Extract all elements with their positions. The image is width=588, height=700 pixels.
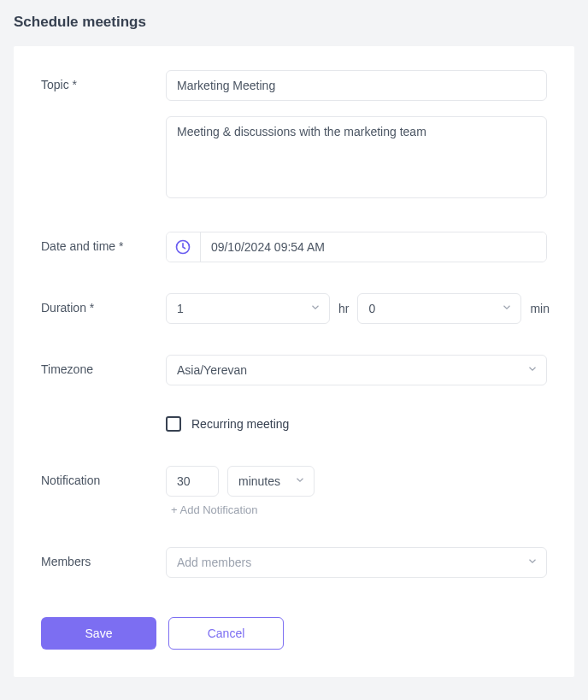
row-members: Members Add members (41, 547, 547, 578)
clock-icon[interactable] (167, 232, 201, 262)
notification-unit-select[interactable]: minutes (227, 466, 315, 497)
row-recurring: Recurring meeting (41, 416, 547, 432)
label-datetime: Date and time * (41, 232, 166, 253)
label-notification: Notification (41, 466, 166, 487)
save-button[interactable]: Save (41, 617, 156, 650)
row-timezone: Timezone Asia/Yerevan (41, 355, 547, 385)
timezone-select[interactable]: Asia/Yerevan (166, 355, 547, 385)
unit-min: min (530, 302, 550, 315)
page-title: Schedule meetings (0, 0, 588, 46)
row-datetime: Date and time * (41, 232, 547, 262)
row-notification: Notification minutes + Add Notification (41, 466, 547, 516)
unit-hr: hr (338, 302, 349, 315)
duration-hr-select[interactable]: 1 (166, 293, 330, 324)
schedule-form-card: Topic * Meeting & discussions with the m… (14, 46, 574, 677)
members-select[interactable]: Add members (166, 547, 547, 578)
row-duration: Duration * 1 hr 0 min (41, 293, 547, 324)
label-timezone: Timezone (41, 355, 166, 376)
cancel-button[interactable]: Cancel (168, 617, 284, 650)
datetime-input[interactable] (201, 232, 546, 262)
topic-input[interactable] (166, 70, 547, 101)
recurring-label: Recurring meeting (191, 417, 289, 431)
label-topic: Topic * (41, 70, 166, 91)
label-members: Members (41, 547, 166, 568)
button-row: Save Cancel (41, 617, 547, 650)
label-duration: Duration * (41, 293, 166, 315)
row-description: Meeting & discussions with the marketing… (41, 116, 547, 201)
recurring-checkbox[interactable] (166, 416, 181, 432)
datetime-input-group (166, 232, 547, 262)
add-notification-button[interactable]: + Add Notification (166, 503, 258, 516)
duration-min-select[interactable]: 0 (357, 293, 521, 324)
row-topic: Topic * (41, 70, 547, 101)
description-textarea[interactable]: Meeting & discussions with the marketing… (166, 116, 547, 198)
notification-value-input[interactable] (166, 466, 219, 497)
